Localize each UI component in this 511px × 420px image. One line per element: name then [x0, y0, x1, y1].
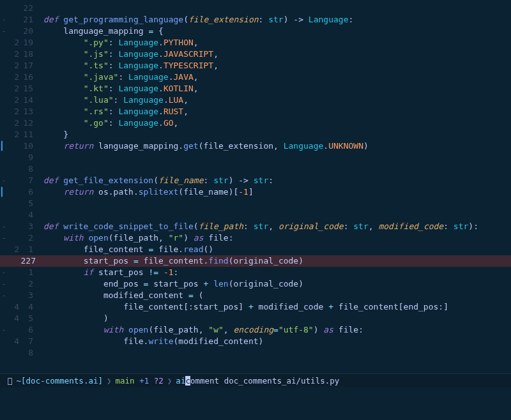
gutter: 45: [0, 313, 40, 324]
gutter: -7: [0, 175, 40, 186]
code-line[interactable]: 45 ): [0, 313, 511, 324]
code-line[interactable]: -3 modified_content = (: [0, 290, 511, 301]
code-content: ".kt": Language.KOTLIN,: [40, 83, 511, 94]
code-line[interactable]: 227 start_pos = file_content.find(origin…: [0, 255, 511, 267]
code-content: def get_file_extension(file_name: str) -…: [40, 175, 511, 186]
gutter: 8: [0, 163, 40, 175]
code-line[interactable]: -6 with open(file_path, "w", encoding="u…: [0, 324, 511, 336]
code-line[interactable]: 213 ".rs": Language.RUST,: [0, 106, 511, 117]
gutter: 8: [0, 347, 40, 359]
code-line[interactable]: 4: [0, 209, 511, 221]
gutter: 217: [0, 60, 40, 71]
gutter: 212: [0, 117, 40, 129]
gutter: -3: [0, 290, 40, 301]
code-line[interactable]: 5: [0, 198, 511, 209]
code-editor[interactable]: 22-21def get_programming_language(file_e…: [0, 0, 511, 373]
gutter: -2: [0, 278, 40, 290]
code-content: ".rs": Language.RUST,: [40, 106, 511, 117]
code-line[interactable]: -7def get_file_extension(file_name: str)…: [0, 175, 511, 186]
cmd-arg: doc_comments_ai/utils.py: [224, 376, 340, 386]
code-content: [40, 209, 511, 221]
gutter: -20: [0, 26, 40, 37]
gutter: 211: [0, 129, 40, 140]
gutter: -3: [0, 221, 40, 232]
code-line[interactable]: ▎10 return language_mapping.get(file_ext…: [0, 140, 511, 152]
code-content: [40, 163, 511, 175]
code-line[interactable]: 47 file.write(modified_content): [0, 336, 511, 347]
gutter: 213: [0, 106, 40, 117]
code-content: end_pos = start_pos + len(original_code): [40, 278, 511, 290]
code-line[interactable]: -2 with open(file_path, "r") as file:: [0, 232, 511, 244]
code-content: return os.path.splitext(file_name)[-1]: [40, 186, 511, 198]
code-line[interactable]: -20 language_mapping = {: [0, 26, 511, 37]
code-line[interactable]: 216 ".java": Language.JAVA,: [0, 71, 511, 83]
gutter: 47: [0, 336, 40, 347]
code-content: file_content = file.read(): [40, 244, 511, 255]
gutter: 4: [0, 209, 40, 221]
code-line[interactable]: 218 ".js": Language.JAVASCRIPT,: [0, 49, 511, 60]
gutter: -21: [0, 14, 40, 26]
code-content: return language_mapping.get(file_extensi…: [40, 140, 511, 152]
gutter: -1: [0, 267, 40, 278]
code-content: [40, 198, 511, 209]
gutter: 215: [0, 83, 40, 94]
gutter: 216: [0, 71, 40, 83]
branch-name: main: [116, 376, 135, 386]
code-content: file.write(modified_content): [40, 336, 511, 347]
code-line[interactable]: 22: [0, 3, 511, 14]
command-input[interactable]: aicomment doc_comments_ai/utils.py: [176, 376, 339, 386]
git-segment: main +1 ?2: [116, 376, 164, 386]
git-ahead: +1: [139, 376, 149, 386]
code-line[interactable]: 217 ".ts": Language.TYPESCRIPT,: [0, 60, 511, 71]
code-content: [40, 152, 511, 163]
code-line[interactable]: -2 end_pos = start_pos + len(original_co…: [0, 278, 511, 290]
code-content: ".py": Language.PYTHON,: [40, 37, 511, 49]
code-line[interactable]: -1 if start_pos != -1:: [0, 267, 511, 278]
code-content: [40, 3, 511, 14]
code-line[interactable]: -21def get_programming_language(file_ext…: [0, 14, 511, 26]
code-line[interactable]: 212 ".go": Language.GO,: [0, 117, 511, 129]
cwd-path: ~[doc-comments.ai]: [17, 376, 103, 386]
code-line[interactable]: 211 }: [0, 129, 511, 140]
code-content: ".ts": Language.TYPESCRIPT,: [40, 60, 511, 71]
gutter: 9: [0, 152, 40, 163]
code-line[interactable]: -3def write_code_snippet_to_file(file_pa…: [0, 221, 511, 232]
code-content: file_content[:start_pos] + modified_code…: [40, 301, 511, 313]
gutter: 44: [0, 301, 40, 313]
gutter: 219: [0, 37, 40, 49]
git-untracked: ?2: [154, 376, 164, 386]
code-content: with open(file_path, "w", encoding="utf-…: [40, 324, 511, 336]
gutter: 218: [0, 49, 40, 60]
code-content: if start_pos != -1:: [40, 267, 511, 278]
code-content: language_mapping = {: [40, 26, 511, 37]
code-line[interactable]: 44 file_content[:start_pos] + modified_c…: [0, 301, 511, 313]
cmd-prefix: ai: [176, 376, 185, 386]
code-line[interactable]: 8: [0, 347, 511, 359]
code-content: with open(file_path, "r") as file:: [40, 232, 511, 244]
code-content: ".js": Language.JAVASCRIPT,: [40, 49, 511, 60]
code-content: ".go": Language.GO,: [40, 117, 511, 129]
gutter: 227: [0, 255, 40, 267]
code-line[interactable]: 8: [0, 163, 511, 175]
gutter: -6: [0, 324, 40, 336]
code-content: ): [40, 313, 511, 324]
statusbar: 󰈺 ~[doc-comments.ai] ❯ main +1 ?2 ❯ aico…: [0, 373, 511, 387]
code-line[interactable]: ▎6 return os.path.splitext(file_name)[-1…: [0, 186, 511, 198]
code-content: def get_programming_language(file_extens…: [40, 14, 511, 26]
gutter: ▎6: [0, 186, 40, 198]
code-content: [40, 347, 511, 359]
code-line[interactable]: 9: [0, 152, 511, 163]
gutter: 214: [0, 94, 40, 106]
cursor-char: c: [185, 376, 190, 386]
code-content: start_pos = file_content.find(original_c…: [40, 255, 511, 267]
code-content: def write_code_snippet_to_file(file_path…: [40, 221, 511, 232]
code-line[interactable]: 219 ".py": Language.PYTHON,: [0, 37, 511, 49]
code-line[interactable]: 215 ".kt": Language.KOTLIN,: [0, 83, 511, 94]
code-content: ".java": Language.JAVA,: [40, 71, 511, 83]
code-line[interactable]: 21 file_content = file.read(): [0, 244, 511, 255]
gutter: 21: [0, 244, 40, 255]
code-line[interactable]: 214 ".lua": Language.LUA,: [0, 94, 511, 106]
gutter: 22: [0, 3, 40, 14]
gutter: 5: [0, 198, 40, 209]
code-content: }: [40, 129, 511, 140]
